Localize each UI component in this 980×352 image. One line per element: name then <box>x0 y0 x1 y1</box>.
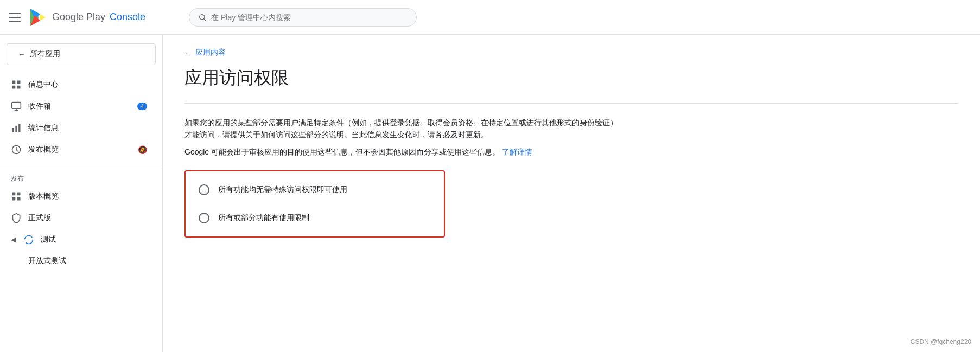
logo-icon <box>28 8 48 27</box>
radio-circle-has-restriction <box>199 213 209 223</box>
svg-rect-13 <box>12 128 14 132</box>
all-apps-back-button[interactable]: ← 所有应用 <box>7 43 156 65</box>
menu-icon[interactable] <box>9 11 22 24</box>
sidebar-item-inbox[interactable]: 收件箱 4 <box>0 95 156 117</box>
dashboard-label: 信息中心 <box>28 80 59 89</box>
sidebar: ← 所有应用 信息中心 收件箱 4 统计信息 <box>0 35 163 352</box>
grid-icon <box>11 79 22 90</box>
publish-section-label: 发布 <box>0 170 162 185</box>
radio-option-has-restriction[interactable]: 所有或部分功能有使用限制 <box>186 204 444 232</box>
content-area: ← 应用内容 应用访问权限 如果您的应用的某些部分需要用户满足特定条件（例如，提… <box>163 35 980 352</box>
sidebar-item-statistics[interactable]: 统计信息 <box>0 117 156 139</box>
svg-rect-9 <box>17 86 21 89</box>
search-input[interactable] <box>211 13 408 22</box>
breadcrumb[interactable]: ← 应用内容 <box>184 48 958 57</box>
svg-rect-14 <box>15 126 17 132</box>
breadcrumb-back-arrow: ← <box>184 48 192 57</box>
bell-off-icon: 🔕 <box>138 145 147 154</box>
all-apps-label: 所有应用 <box>30 49 60 59</box>
logo-text-console: Console <box>110 11 145 23</box>
sidebar-item-testing[interactable]: ◀ 测试 <box>0 229 156 251</box>
info-text-content: Google 可能会出于审核应用的目的使用这些信息，但不会因其他原因而分享或使用… <box>184 148 500 156</box>
svg-rect-7 <box>17 81 21 84</box>
learn-more-link[interactable]: 了解详情 <box>502 148 532 156</box>
search-bar[interactable] <box>189 8 417 27</box>
watermark: CSDN @fqcheng220 <box>911 338 971 345</box>
svg-rect-17 <box>12 193 16 196</box>
search-icon <box>198 13 207 22</box>
inbox-label: 收件箱 <box>28 101 51 111</box>
bar-chart-icon <box>11 123 22 133</box>
svg-point-21 <box>25 236 33 244</box>
breadcrumb-text: 应用内容 <box>195 48 226 57</box>
info-text: Google 可能会出于审核应用的目的使用这些信息，但不会因其他原因而分享或使用… <box>184 148 619 157</box>
arrow-left-icon: ◀ <box>11 236 16 244</box>
open-testing-label: 开放式测试 <box>28 256 66 266</box>
page-title: 应用访问权限 <box>184 66 958 90</box>
spinner-icon <box>23 234 34 245</box>
svg-marker-3 <box>40 14 46 21</box>
access-radio-group: 所有功能均无需特殊访问权限即可使用 所有或部分功能有使用限制 <box>184 170 445 238</box>
header: Google Play Console <box>0 0 980 35</box>
publish-overview-label: 发布概览 <box>28 145 59 155</box>
sidebar-item-version-overview[interactable]: 版本概览 <box>0 185 156 207</box>
version-overview-label: 版本概览 <box>28 191 59 201</box>
radio-label-no-restriction: 所有功能均无需特殊访问权限即可使用 <box>218 185 347 195</box>
clock-icon <box>11 144 22 155</box>
svg-rect-15 <box>18 124 20 132</box>
shield-icon <box>11 213 22 223</box>
radio-label-has-restriction: 所有或部分功能有使用限制 <box>218 213 309 223</box>
inbox-badge: 4 <box>137 103 147 110</box>
sidebar-item-release[interactable]: 正式版 <box>0 207 156 229</box>
svg-rect-18 <box>17 193 21 196</box>
radio-option-no-restriction[interactable]: 所有功能均无需特殊访问权限即可使用 <box>186 176 444 204</box>
logo-text-google-play: Google Play <box>52 11 105 23</box>
logo-area: Google Play Console <box>28 8 145 27</box>
svg-rect-19 <box>12 197 16 201</box>
sidebar-item-open-testing[interactable]: 开放式测试 <box>0 251 156 271</box>
title-divider <box>184 103 958 104</box>
grid-small-icon <box>11 191 22 202</box>
sidebar-item-dashboard[interactable]: 信息中心 <box>0 74 156 95</box>
sidebar-divider <box>0 165 162 165</box>
testing-label: 测试 <box>41 235 56 245</box>
watermark-text: CSDN @fqcheng220 <box>911 338 971 345</box>
monitor-icon <box>11 101 22 112</box>
main-layout: ← 所有应用 信息中心 收件箱 4 统计信息 <box>0 35 980 352</box>
sidebar-item-publish-overview[interactable]: 发布概览 🔕 <box>0 139 156 161</box>
radio-circle-no-restriction <box>199 184 209 195</box>
svg-rect-10 <box>12 103 21 109</box>
svg-rect-6 <box>12 81 16 84</box>
svg-rect-8 <box>12 86 16 89</box>
release-label: 正式版 <box>28 213 51 223</box>
description-text: 如果您的应用的某些部分需要用户满足特定条件（例如，提供登录凭据、取得会员资格、在… <box>184 117 619 141</box>
statistics-label: 统计信息 <box>28 123 59 133</box>
svg-line-5 <box>204 19 206 21</box>
back-arrow-icon: ← <box>18 50 26 59</box>
svg-rect-20 <box>17 197 21 201</box>
